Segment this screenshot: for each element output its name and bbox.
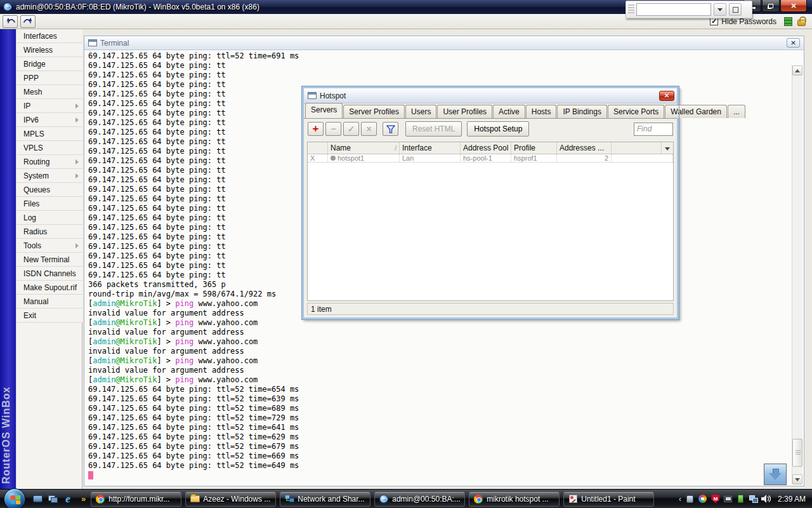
sidebar-item-log[interactable]: Log [16,211,82,225]
tab-server-profiles[interactable]: Server Profiles [343,105,405,118]
tab-more[interactable]: ... [728,105,745,118]
column-header-Interface[interactable]: Interface [400,142,461,154]
column-header-flag[interactable] [308,142,328,154]
tray-batt-icon[interactable] [736,494,746,504]
column-selector-button[interactable] [662,142,673,154]
submenu-arrow-icon [75,104,79,109]
taskbar-button-untitled1-paint[interactable]: Untitled1 - Paint [563,491,654,507]
overflow-chevron[interactable]: » [81,494,86,504]
hotspot-setup-button[interactable]: Hotspot Setup [467,121,529,137]
tab-users[interactable]: Users [405,105,436,118]
sidebar-item-new-terminal[interactable]: New Terminal [16,253,82,267]
column-header-Address Pool[interactable]: Address Pool [461,142,511,154]
column-header-Name[interactable]: Name/ [328,142,400,154]
sidebar-item-exit[interactable]: Exit [16,309,82,323]
terminal-scrollbar[interactable] [792,65,802,485]
panel-grip[interactable] [628,4,634,15]
taskbar-button-azeez-windows[interactable]: Azeez - Windows ... [185,491,276,507]
tab-service-ports[interactable]: Service Ports [608,105,664,118]
search-dropdown-button[interactable] [714,3,726,16]
taskbar-button-mikrotik-hotspot[interactable]: mikrotik hotspot ... [469,491,560,507]
close-button[interactable]: ✕ [780,0,807,12]
terminal-close-button[interactable]: ✕ [787,38,800,48]
hotspot-title: Hotspot [320,91,346,100]
sidebar-item-bridge[interactable]: Bridge [16,57,82,71]
sidebar-item-tools[interactable]: Tools [16,239,82,253]
add-button[interactable]: + [308,122,324,136]
tab-active[interactable]: Active [493,105,525,118]
tray-swirl-icon[interactable] [698,494,708,504]
taskbar-button-http-forum-mikr[interactable]: http://forum.mikr... [91,491,181,507]
submenu-arrow-icon [75,117,79,123]
taskbar-button-network-and-shar[interactable]: Network and Shar... [280,491,370,507]
reset-html-button[interactable]: Reset HTML [405,121,462,137]
scrollbar-thumb[interactable] [792,439,802,467]
scroll-up-button[interactable] [792,65,802,76]
sidebar-item-manual[interactable]: Manual [16,295,82,309]
tab-ip-bindings[interactable]: IP Bindings [557,105,607,118]
tab-user-profiles[interactable]: User Profiles [437,105,492,118]
tray-gem-icon[interactable] [685,494,695,504]
scroll-to-end-button[interactable] [764,464,787,485]
find-input[interactable] [634,123,673,136]
taskbar-button-admin-00-50-ba[interactable]: admin@00:50:BA:... [374,491,465,507]
quicklaunch-switch-button[interactable] [46,492,60,506]
sidebar-item-ipv6[interactable]: IPv6 [16,113,82,127]
tray-shield-icon[interactable]: M [710,494,721,504]
tab-hosts[interactable]: Hosts [526,105,557,118]
sidebar-item-wireless[interactable]: Wireless [16,43,82,57]
tab-walled-garden[interactable]: Walled Garden [665,105,727,118]
task-buttons: http://forum.mikr...Azeez - Windows ...N… [91,491,658,507]
tray-volume-icon[interactable] [761,494,771,504]
terminal-line: 69.147.125.65 64 byte ping: tt [88,61,789,70]
enable-button[interactable]: ✓ [343,122,359,136]
start-button[interactable] [4,488,25,508]
table-rows: Xhotspot1Lanhs-pool-1hsprof12 [308,154,673,163]
sidebar-item-interfaces[interactable]: Interfaces [16,29,82,43]
sidebar-item-files[interactable]: Files [16,197,82,211]
dropdown-arrow-icon [665,147,670,150]
sidebar-item-system[interactable]: System [16,169,82,183]
sidebar-menu: InterfacesWirelessBridgePPPMeshIPIPv6MPL… [16,29,82,489]
column-header-Addresses ...[interactable]: Addresses ... [557,142,612,154]
panel-square-button[interactable] [729,3,742,16]
row-address-pool: hs-pool-1 [461,154,511,162]
sidebar-item-routing[interactable]: Routing [16,155,82,169]
sidebar-item-vpls[interactable]: VPLS [16,141,82,155]
terminal-line: 69.147.125.65 64 byte ping: ttl=52 time=… [88,404,789,413]
tray-display-icon[interactable] [723,494,733,504]
sidebar-item-make-supout-rif[interactable]: Make Supout.rif [16,281,82,295]
sidebar-item-ppp[interactable]: PPP [16,71,82,85]
hotspot-close-button[interactable]: ✕ [659,91,674,101]
column-header-Profile[interactable]: Profile [511,142,557,154]
sidebar-item-label: Radius [23,227,47,236]
sidebar-item-isdn-channels[interactable]: ISDN Channels [16,267,82,281]
remove-button[interactable]: − [325,122,341,136]
scroll-down-button[interactable] [792,474,802,485]
tray-net2-icon[interactable] [749,494,759,504]
sidebar-item-ip[interactable]: IP [16,99,82,113]
switch-icon [48,495,57,502]
filter-button[interactable] [383,122,398,136]
sidebar-item-label: PPP [23,74,39,83]
quick-launch: e [30,492,76,506]
sidebar-item-queues[interactable]: Queues [16,183,82,197]
quicklaunch-ie-button[interactable]: e [61,492,75,506]
clock[interactable]: 2:39 AM [778,495,806,504]
hotspot-titlebar[interactable]: Hotspot ✕ [304,88,677,104]
taskbar-button-label: Network and Shar... [298,495,364,504]
disable-button[interactable]: × [361,122,377,136]
restore-button[interactable] [762,0,780,12]
tab-servers[interactable]: Servers [305,103,343,118]
table-row[interactable]: Xhotspot1Lanhs-pool-1hsprof12 [308,154,673,163]
undo-button[interactable] [3,15,18,28]
sidebar-item-mpls[interactable]: MPLS [16,127,82,141]
sidebar-item-mesh[interactable]: Mesh [16,85,82,99]
sidebar-item-label: Files [23,199,39,208]
terminal-titlebar[interactable]: Terminal ✕ [84,36,804,50]
search-input[interactable] [636,3,711,16]
redo-button[interactable] [20,15,36,28]
tray-chevron[interactable]: ‹ [679,495,681,504]
sidebar-item-radius[interactable]: Radius [16,225,82,239]
quicklaunch-desktop-button[interactable] [30,492,44,506]
